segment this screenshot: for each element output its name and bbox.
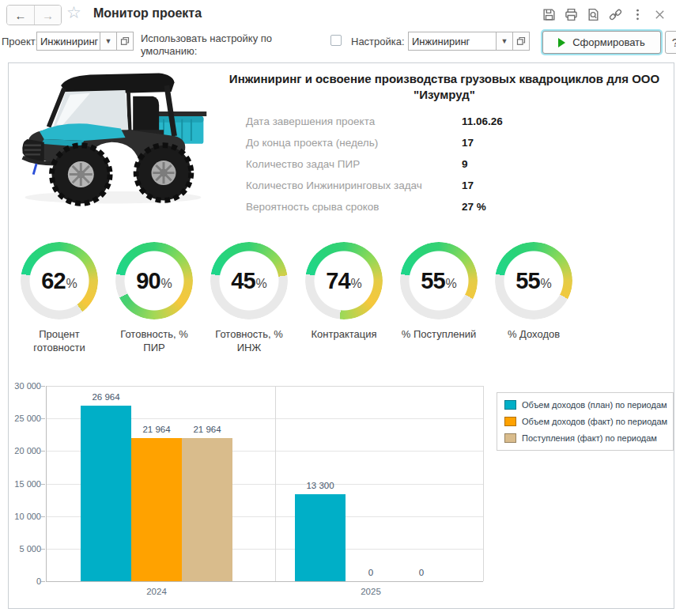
legend-item-2: Объем доходов (факт) по периодам (504, 417, 666, 426)
bar-2024-series2 (131, 438, 182, 581)
gauge-value: 55% (400, 242, 478, 319)
gauge-1: 62%Процент готовности (15, 242, 104, 354)
gauge-percent-sign: % (541, 277, 552, 291)
gauges-row: 62%Процент готовности90%Готовность, % ПИ… (15, 242, 592, 354)
project-header-title: Инжиниринг и освоение производства грузо… (222, 71, 667, 103)
help-button[interactable]: ? (665, 31, 676, 54)
legend-item-3: Поступления (факт) по периодам (504, 433, 666, 443)
gauge-5: 55%% Поступлений (395, 242, 483, 354)
gauge-value: 90% (115, 242, 193, 319)
info-label: Вероятность срыва сроков (246, 201, 462, 213)
save-button[interactable] (542, 7, 556, 21)
bar-2024-series3 (182, 438, 232, 581)
link-icon (609, 8, 622, 21)
titlebar-icons (542, 7, 676, 21)
legend-swatch (504, 400, 516, 410)
info-value: 11.06.26 (462, 115, 657, 127)
setting-input[interactable]: Инжиниринг (408, 32, 497, 51)
project-dropdown-button[interactable]: ▼ (100, 32, 117, 51)
setting-dropdown-button[interactable]: ▼ (497, 32, 513, 51)
back-button[interactable]: ← (7, 6, 34, 25)
y-tick (41, 418, 45, 419)
info-value: 9 (462, 158, 657, 170)
report-settings-row: Проект: Инжиниринг ▼ Использовать настро… (0, 28, 676, 62)
y-tick (41, 549, 45, 550)
generate-button-label: Сформировать (572, 36, 645, 48)
gauge-ring: 62% (21, 242, 98, 319)
project-input[interactable]: Инжиниринг (36, 32, 100, 51)
close-button[interactable] (652, 7, 667, 21)
gauge-ring: 55% (400, 242, 478, 319)
more-button[interactable] (630, 7, 644, 21)
gauge-percent-sign: % (161, 277, 172, 291)
bar-value-label: 0 (390, 568, 453, 577)
info-label: Количество Инжиниринговых задач (246, 180, 462, 191)
y-tick-label: 20 000 (9, 446, 41, 455)
forward-button[interactable]: → (34, 6, 61, 25)
page-title: Монитор проекта (93, 6, 202, 21)
play-icon (558, 38, 565, 47)
generate-report-button[interactable]: Сформировать (542, 31, 661, 54)
legend-swatch (504, 417, 516, 426)
y-tick-label: 10 000 (9, 512, 41, 521)
gauge-percent-sign: % (446, 277, 457, 291)
revenue-bar-chart: 05 00010 00015 00020 00025 00030 00026 9… (9, 381, 675, 607)
gauge-ring: 74% (305, 242, 383, 319)
gauge-6: 55%% Доходов (489, 242, 578, 354)
bar-value-label: 13 300 (289, 481, 352, 490)
legend-label: Объем доходов (план) по периодам (522, 400, 667, 410)
gauge-percent-sign: % (351, 277, 362, 291)
kebab-menu-icon (631, 8, 644, 21)
utv-vehicle-image (13, 65, 213, 212)
info-row: Вероятность срыва сроков 27 % (246, 196, 657, 217)
gauge-number: 90 (136, 268, 160, 294)
legend-label: Поступления (факт) по периодам (522, 433, 657, 443)
gauge-percent-sign: % (256, 277, 267, 291)
legend-item-1: Объем доходов (план) по периодам (504, 400, 666, 410)
gauge-label: % Доходов (508, 327, 560, 341)
bar-2024-series1 (81, 406, 131, 581)
project-field-group: Инжиниринг ▼ (36, 32, 134, 51)
titlebar: ← → ☆ Монитор проекта (0, 0, 676, 28)
close-icon (654, 9, 666, 21)
info-label: До конца проекта (недель) (246, 137, 462, 149)
project-info-table: Дата завершения проекта 11.06.26 До конц… (246, 111, 657, 217)
gauge-value: 55% (495, 242, 572, 319)
gauge-label: Готовность, % ИНЖ (205, 327, 293, 354)
use-default-checkbox[interactable] (330, 35, 342, 46)
info-label: Количество задач ПИР (246, 158, 462, 170)
bar-value-label: 21 964 (176, 425, 239, 434)
gauge-ring: 45% (210, 242, 288, 319)
report-panel: Инжиниринг и освоение производства грузо… (8, 62, 674, 609)
gauge-ring: 90% (115, 242, 193, 319)
info-value: 17 (462, 180, 657, 191)
y-tick-label: 25 000 (9, 414, 41, 423)
nav-button-group: ← → (6, 5, 62, 25)
use-default-label: Использовать настройку по умолчанию: (141, 32, 311, 58)
printer-icon (565, 8, 578, 21)
y-tick-label: 30 000 (9, 381, 41, 391)
get-link-button[interactable] (608, 7, 622, 21)
info-row: Количество Инжиниринговых задач 17 (246, 175, 657, 196)
setting-label: Настройка: (351, 36, 405, 47)
gauge-label: % Поступлений (402, 327, 476, 341)
favorite-star-icon[interactable]: ☆ (66, 3, 81, 22)
gauge-number: 45 (231, 268, 255, 294)
gauge-ring: 55% (495, 242, 572, 319)
print-button[interactable] (564, 7, 578, 21)
x-category-label: 2024 (121, 587, 192, 596)
info-row: Количество задач ПИР 9 (246, 153, 657, 175)
y-tick (41, 581, 45, 582)
bar-value-label: 26 964 (74, 392, 138, 402)
setting-open-button[interactable] (513, 32, 530, 51)
gridline (46, 386, 483, 387)
print-preview-button[interactable] (586, 7, 600, 21)
info-value: 27 % (462, 201, 657, 213)
gauge-value: 62% (21, 242, 98, 319)
gauge-3: 45%Готовность, % ИНЖ (205, 242, 293, 354)
chart-legend: Объем доходов (план) по периодамОбъем до… (497, 392, 674, 451)
project-open-button[interactable] (117, 32, 134, 51)
gauge-percent-sign: % (66, 277, 77, 291)
info-row: До конца проекта (недель) 17 (246, 132, 657, 153)
floppy-icon (542, 8, 556, 21)
